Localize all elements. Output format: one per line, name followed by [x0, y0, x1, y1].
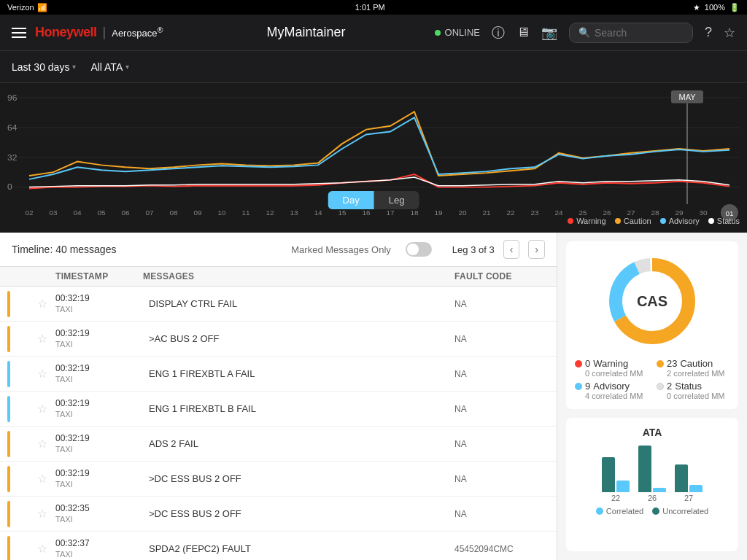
bottom-section: Timeline: 40 messages Marked Messages On…	[0, 233, 747, 560]
date-range-filter[interactable]: Last 30 days ▾	[12, 61, 76, 73]
date-range-label: Last 30 days	[12, 61, 69, 73]
fault-code-cell: NA	[454, 299, 549, 309]
timeline-title: Timeline: 40 messages	[12, 244, 116, 255]
col-star	[29, 271, 55, 281]
row-color-bar	[7, 431, 29, 457]
fault-code-cell: NA	[454, 404, 549, 414]
svg-text:07: 07	[145, 209, 153, 217]
camera-icon[interactable]: 📷	[541, 25, 557, 41]
ata-bars	[675, 464, 703, 492]
uncorrelated-bar	[602, 457, 615, 492]
timestamp-time: 00:32:19	[55, 468, 143, 480]
carrier-label: Verizon	[7, 3, 34, 12]
ata-filter[interactable]: All ATA ▾	[90, 61, 129, 73]
wifi-icon: 📶	[37, 3, 47, 12]
caution-dot	[657, 360, 664, 368]
svg-text:0: 0	[7, 182, 12, 192]
timestamp-time: 00:32:19	[55, 328, 143, 340]
svg-text:17: 17	[386, 209, 394, 217]
status-count: 2	[667, 381, 672, 392]
star-button[interactable]: ☆	[37, 507, 47, 521]
menu-button[interactable]	[12, 28, 26, 38]
svg-text:30: 30	[699, 209, 708, 217]
row-color-bar	[7, 396, 29, 422]
flight-phase: TAXI	[55, 409, 143, 419]
next-leg-button[interactable]: ›	[528, 240, 545, 259]
message-cell: SPDA2 (FEPC2) FAULT	[143, 543, 454, 554]
col-timestamp: Timestamp	[55, 271, 143, 281]
svg-text:12: 12	[266, 209, 274, 217]
uncorrelated-bar	[638, 446, 651, 492]
battery-label: 100%	[705, 3, 725, 12]
col-messages: Messages	[143, 271, 454, 281]
timestamp-time: 00:32:37	[55, 538, 143, 550]
right-panel: CAS 0 Warning 0 correlated MM 23 Caution	[557, 233, 747, 560]
fault-code-cell: NA	[454, 509, 549, 519]
svg-text:26: 26	[603, 209, 611, 217]
row-color-bar	[7, 291, 29, 317]
status-legend-item: 2 Status 0 correlated MM	[657, 381, 729, 400]
svg-text:13: 13	[290, 209, 298, 217]
star-button[interactable]: ☆	[37, 472, 47, 486]
marked-messages-label: Marked Messages Only	[291, 244, 391, 255]
flight-phase: TAXI	[55, 339, 143, 349]
row-color-bar	[7, 501, 29, 527]
time-display: 1:01 PM	[355, 3, 385, 12]
ata-card: ATA 22 26 27 Correlated	[566, 418, 738, 551]
table-row: ☆ 00:32:37 TAXI SPDA2 (FEPC2) FAULT 4545…	[0, 532, 557, 560]
help-icon[interactable]: ?	[705, 25, 712, 40]
search-box[interactable]: 🔍	[569, 23, 693, 43]
svg-text:11: 11	[241, 209, 249, 217]
day-button[interactable]: Day	[328, 191, 374, 209]
flight-phase: TAXI	[55, 304, 143, 314]
table-row: ☆ 00:32:35 TAXI >DC ESS BUS 2 OFF NA	[0, 497, 557, 532]
flight-phase: TAXI	[55, 514, 143, 524]
info-icon[interactable]: ⓘ	[492, 24, 505, 42]
star-button[interactable]: ☆	[37, 402, 47, 416]
star-button[interactable]: ☆	[37, 297, 47, 311]
timestamp-time: 00:32:19	[55, 398, 143, 410]
svg-text:05: 05	[97, 209, 106, 217]
warning-legend-item: 0 Warning 0 correlated MM	[575, 358, 648, 378]
message-cell: >DC ESS BUS 2 OFF	[143, 508, 454, 519]
monitor-icon[interactable]: 🖥	[516, 25, 530, 40]
svg-text:06: 06	[121, 209, 130, 217]
search-input[interactable]	[595, 27, 682, 39]
svg-text:32: 32	[7, 152, 17, 163]
timestamp-cell: 00:32:19 TAXI	[55, 293, 143, 315]
col-color	[7, 271, 29, 281]
prev-leg-button[interactable]: ‹	[503, 240, 520, 259]
status-correlated: 0 correlated MM	[667, 392, 729, 400]
star-button[interactable]: ☆	[37, 437, 47, 451]
caution-legend: Caution	[624, 217, 651, 225]
trend-chart: 96 64 32 0 MAY 02 03 04 05 06 07 08 09 1…	[7, 90, 740, 233]
svg-text:10: 10	[217, 209, 226, 217]
status-label-cas: Status	[675, 381, 702, 392]
table-row: ☆ 00:32:19 TAXI DISPLAY CTRL FAIL NA	[0, 287, 557, 322]
leg-button[interactable]: Leg	[374, 191, 419, 209]
bookmark-icon[interactable]: ☆	[724, 25, 735, 41]
correlated-dot	[596, 508, 603, 515]
timeline-panel: Timeline: 40 messages Marked Messages On…	[0, 233, 557, 560]
svg-text:96: 96	[7, 93, 18, 103]
fault-code-cell: NA	[454, 474, 549, 484]
table-header: Timestamp Messages Fault Code	[0, 267, 557, 287]
table-row: ☆ 00:32:19 TAXI >AC BUS 2 OFF NA	[0, 322, 557, 357]
advisory-correlated: 4 correlated MM	[585, 392, 648, 400]
star-button[interactable]: ☆	[37, 332, 47, 346]
svg-text:28: 28	[651, 209, 659, 217]
svg-text:64: 64	[7, 122, 18, 133]
brand: Honeywell | Aerospace®	[35, 25, 163, 40]
marked-messages-toggle[interactable]	[406, 242, 432, 257]
app-title: MyMaintainer	[177, 25, 434, 40]
message-cell: DISPLAY CTRL FAIL	[143, 298, 454, 309]
advisory-legend-item: 9 Advisory 4 correlated MM	[575, 381, 648, 400]
star-button[interactable]: ☆	[37, 542, 47, 556]
status-bar: Verizon 📶 1:01 PM ★ 100% 🔋	[0, 0, 747, 15]
svg-text:19: 19	[434, 209, 443, 217]
star-button[interactable]: ☆	[37, 367, 47, 381]
ata-chart: 22 26 27	[575, 444, 729, 502]
svg-text:04: 04	[73, 209, 82, 217]
correlated-bar	[653, 488, 666, 492]
correlated-bar	[689, 485, 703, 492]
